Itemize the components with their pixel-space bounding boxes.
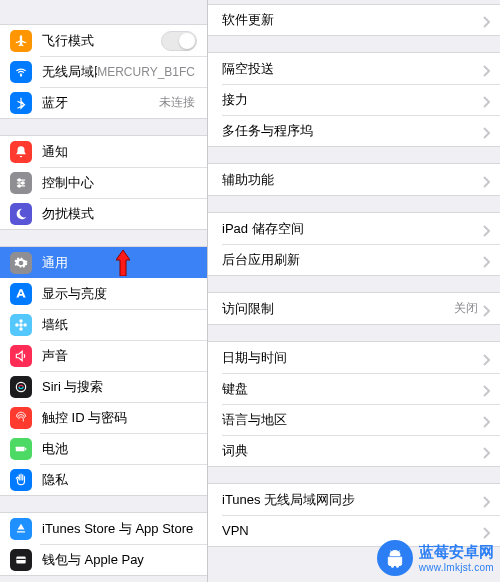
svg-point-3 — [18, 184, 20, 186]
sidebar-item-label: 勿扰模式 — [42, 205, 197, 223]
sidebar-item-label: iTunes Store 与 App Store — [42, 520, 197, 538]
settings-sidebar: 飞行模式无线局域网MERCURY_B1FC蓝牙未连接通知控制中心勿扰模式通用显示… — [0, 0, 208, 582]
chevron-right-icon — [482, 494, 490, 506]
wallet-icon — [10, 549, 32, 571]
sidebar-item-label: 飞行模式 — [42, 32, 161, 50]
sidebar-item-bluetooth[interactable]: 蓝牙未连接 — [0, 87, 207, 118]
svg-point-2 — [22, 181, 24, 183]
sidebar-item-sounds[interactable]: 声音 — [0, 340, 207, 371]
finger-icon — [10, 407, 32, 429]
settings-row-label: 软件更新 — [222, 11, 482, 29]
settings-row-accessibility[interactable]: 辅助功能 — [208, 164, 500, 195]
sidebar-item-touchid[interactable]: 触控 ID 与密码 — [0, 402, 207, 433]
svg-rect-11 — [25, 447, 26, 449]
svg-point-4 — [19, 323, 23, 327]
sidebar-item-display[interactable]: 显示与亮度 — [0, 278, 207, 309]
settings-row-background-refresh[interactable]: 后台应用刷新 — [208, 244, 500, 275]
chevron-right-icon — [482, 445, 490, 457]
sidebar-item-detail: MERCURY_B1FC — [97, 65, 195, 79]
chevron-right-icon — [482, 352, 490, 364]
chevron-right-icon — [482, 254, 490, 266]
airplane-mode-toggle[interactable] — [161, 31, 197, 51]
wifi-icon — [10, 61, 32, 83]
settings-row-label: iTunes 无线局域网同步 — [222, 491, 482, 509]
hand-icon — [10, 469, 32, 491]
svg-point-1 — [18, 178, 20, 180]
sidebar-item-wallet[interactable]: 钱包与 Apple Pay — [0, 544, 207, 575]
sidebar-item-notifications[interactable]: 通知 — [0, 136, 207, 167]
sidebar-item-label: 蓝牙 — [42, 94, 159, 112]
sidebar-item-label: 声音 — [42, 347, 197, 365]
chevron-right-icon — [482, 223, 490, 235]
sidebar-item-general[interactable]: 通用 — [0, 247, 207, 278]
settings-row-airdrop[interactable]: 隔空投送 — [208, 53, 500, 84]
sidebar-item-privacy[interactable]: 隐私 — [0, 464, 207, 495]
sliders-icon — [10, 172, 32, 194]
settings-row-language-region[interactable]: 语言与地区 — [208, 404, 500, 435]
airplane-icon — [10, 30, 32, 52]
sidebar-item-siri[interactable]: Siri 与搜索 — [0, 371, 207, 402]
siri-icon — [10, 376, 32, 398]
sidebar-item-label: 显示与亮度 — [42, 285, 197, 303]
settings-row-label: iPad 储存空间 — [222, 220, 482, 238]
speaker-icon — [10, 345, 32, 367]
settings-row-label: 语言与地区 — [222, 411, 482, 429]
chevron-right-icon — [482, 94, 490, 106]
settings-row-keyboard[interactable]: 键盘 — [208, 373, 500, 404]
sidebar-item-wifi[interactable]: 无线局域网MERCURY_B1FC — [0, 56, 207, 87]
settings-row-label: 隔空投送 — [222, 60, 482, 78]
sidebar-item-itunes-appstore[interactable]: iTunes Store 与 App Store — [0, 513, 207, 544]
sidebar-item-label: 钱包与 Apple Pay — [42, 551, 197, 569]
settings-row-label: 日期与时间 — [222, 349, 482, 367]
settings-row-software-update[interactable]: 软件更新 — [208, 4, 500, 35]
svg-rect-10 — [16, 446, 25, 451]
svg-point-7 — [15, 323, 18, 327]
settings-row-label: VPN — [222, 523, 482, 538]
sidebar-item-control-center[interactable]: 控制中心 — [0, 167, 207, 198]
chevron-right-icon — [482, 125, 490, 137]
sidebar-item-airplane-mode[interactable]: 飞行模式 — [0, 25, 207, 56]
watermark-title: 蓝莓安卓网 — [419, 543, 494, 562]
settings-row-multitasking[interactable]: 多任务与程序坞 — [208, 115, 500, 146]
general-settings-pane: 软件更新隔空投送接力多任务与程序坞辅助功能iPad 储存空间后台应用刷新访问限制… — [208, 0, 500, 582]
battery-icon — [10, 438, 32, 460]
settings-row-label: 后台应用刷新 — [222, 251, 482, 269]
watermark: 蓝莓安卓网 www.lmkjst.com — [377, 540, 494, 576]
sidebar-item-label: 通知 — [42, 143, 197, 161]
sidebar-item-label: 无线局域网 — [42, 63, 97, 81]
moon-icon — [10, 203, 32, 225]
android-icon — [377, 540, 413, 576]
settings-row-label: 访问限制 — [222, 300, 454, 318]
sidebar-item-label: 控制中心 — [42, 174, 197, 192]
settings-row-itunes-wifi-sync[interactable]: iTunes 无线局域网同步 — [208, 484, 500, 515]
settings-row-ipad-storage[interactable]: iPad 储存空间 — [208, 213, 500, 244]
sidebar-item-label: 触控 ID 与密码 — [42, 409, 197, 427]
settings-row-date-time[interactable]: 日期与时间 — [208, 342, 500, 373]
watermark-url: www.lmkjst.com — [419, 562, 494, 573]
chevron-right-icon — [482, 383, 490, 395]
sidebar-item-label: 电池 — [42, 440, 197, 458]
svg-point-5 — [19, 319, 23, 323]
sidebar-item-label: 隐私 — [42, 471, 197, 489]
chevron-right-icon — [482, 63, 490, 75]
settings-row-label: 键盘 — [222, 380, 482, 398]
textsize-icon — [10, 283, 32, 305]
sidebar-item-battery[interactable]: 电池 — [0, 433, 207, 464]
settings-row-handoff[interactable]: 接力 — [208, 84, 500, 115]
svg-point-8 — [23, 323, 27, 327]
settings-row-restrictions[interactable]: 访问限制关闭 — [208, 293, 500, 324]
sidebar-item-label: Siri 与搜索 — [42, 378, 197, 396]
settings-row-dictionary[interactable]: 词典 — [208, 435, 500, 466]
svg-point-0 — [20, 74, 21, 75]
sidebar-item-do-not-disturb[interactable]: 勿扰模式 — [0, 198, 207, 229]
settings-row-label: 多任务与程序坞 — [222, 122, 482, 140]
sidebar-item-detail: 未连接 — [159, 94, 195, 111]
settings-row-label: 词典 — [222, 442, 482, 460]
sidebar-item-label: 墙纸 — [42, 316, 197, 334]
svg-rect-13 — [16, 558, 25, 559]
sidebar-item-wallpaper[interactable]: 墙纸 — [0, 309, 207, 340]
settings-row-label: 辅助功能 — [222, 171, 482, 189]
svg-point-9 — [16, 382, 25, 391]
bell-icon — [10, 141, 32, 163]
callout-arrow-icon — [116, 250, 130, 276]
